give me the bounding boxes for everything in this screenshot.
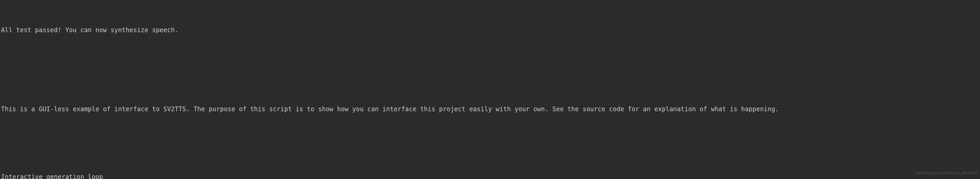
blank-spacer bbox=[1, 59, 979, 81]
terminal-output: All test passed! You can now synthesize … bbox=[1, 2, 979, 179]
watermark-text: https://blog.csdn.net/weixin_43811043 bbox=[915, 170, 977, 176]
output-line-description: This is a GUI-less example of interface … bbox=[1, 104, 979, 115]
blank-spacer-small bbox=[1, 137, 979, 149]
output-line-success: All test passed! You can now synthesize … bbox=[1, 25, 979, 36]
output-line-loop-header: Interactive generation loop bbox=[1, 171, 979, 179]
